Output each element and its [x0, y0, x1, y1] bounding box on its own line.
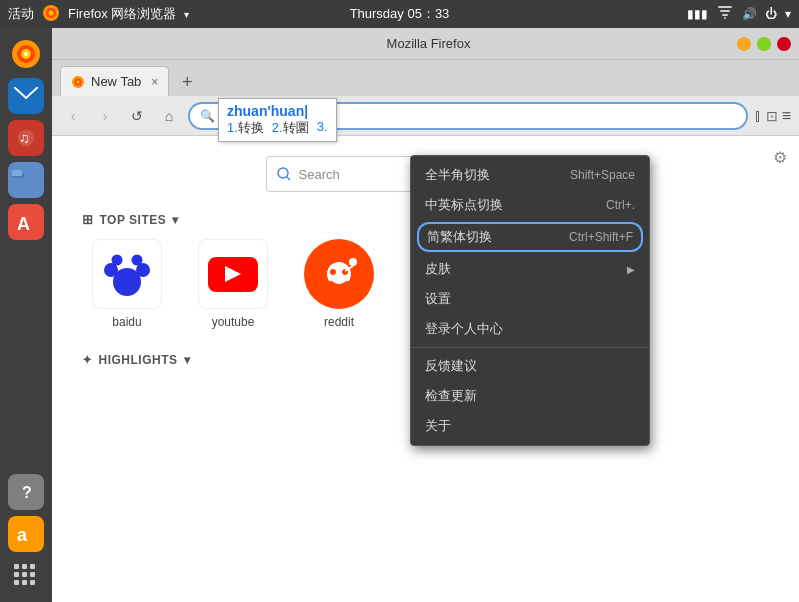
top-sites-chevron[interactable]: ▾ [172, 213, 179, 227]
sidebar: ♫ A ? a [0, 28, 52, 602]
site-item-reddit[interactable]: reddit [294, 239, 384, 329]
top-sites-label: TOP SITES [100, 213, 167, 227]
sidebar-item-mail[interactable] [8, 78, 44, 114]
svg-rect-17 [12, 170, 22, 176]
volume-icon: 🔊 [742, 7, 757, 21]
svg-text:a: a [17, 525, 28, 545]
ctx-item-simp-trad[interactable]: 简繁体切换 Ctrl+Shift+F [417, 222, 643, 252]
svg-point-42 [132, 255, 143, 266]
tab-newtab[interactable]: New Tab × [60, 66, 169, 96]
svg-point-36 [278, 168, 288, 178]
ctx-item-punctuation[interactable]: 中英标点切换 Ctrl+. [411, 190, 649, 220]
tab-close-button[interactable]: × [151, 75, 158, 89]
network-icon [716, 6, 734, 23]
ctx-item-update[interactable]: 检查更新 [411, 381, 649, 411]
ctx-item-about[interactable]: 关于 [411, 411, 649, 441]
site-item-baidu[interactable]: baidu [82, 239, 172, 329]
new-tab-button[interactable]: + [173, 68, 201, 96]
firefox-taskbar-icon[interactable] [42, 4, 60, 25]
sidebar-item-firefox[interactable] [8, 36, 44, 72]
back-button[interactable]: ‹ [60, 103, 86, 129]
ctx-label-login: 登录个人中心 [425, 320, 503, 338]
window-title: Mozilla Firefox [120, 36, 737, 51]
svg-rect-4 [720, 10, 730, 12]
battery-indicator: ▮▮▮ [687, 7, 708, 21]
tab-label: New Tab [91, 74, 141, 89]
bookmarks-icon[interactable]: ⫿ [754, 107, 762, 125]
ime-candidate-3[interactable]: 3. [317, 119, 328, 137]
svg-rect-5 [722, 14, 728, 16]
ime-candidates[interactable]: 1.转换 2.转圜 3. [227, 119, 328, 137]
svg-point-35 [77, 80, 80, 83]
svg-rect-31 [22, 580, 27, 585]
os-taskbar: 活动 Firefox 网络浏览器 ▾ Thursday 05：33 ▮▮▮ 🔊 … [0, 0, 799, 28]
site-item-youtube[interactable]: youtube [188, 239, 278, 329]
tray-arrow[interactable]: ▾ [785, 7, 791, 21]
taskbar-right: ▮▮▮ 🔊 ⏻ ▾ [687, 6, 791, 23]
ime-cursor: | [304, 103, 308, 119]
svg-point-41 [112, 255, 123, 266]
app-arrow-icon[interactable]: ▾ [184, 9, 189, 20]
svg-rect-32 [30, 580, 35, 585]
minimize-button[interactable] [737, 37, 751, 51]
ctx-item-settings[interactable]: 设置 [411, 284, 649, 314]
highlights-chevron[interactable]: ▾ [184, 353, 191, 367]
ctx-label-update: 检查更新 [425, 387, 477, 405]
sidebar-item-amazon[interactable]: a [8, 516, 44, 552]
ctx-label-about: 关于 [425, 417, 451, 435]
top-sites-icon: ⊞ [82, 212, 94, 227]
sidebar-item-apps[interactable] [8, 558, 44, 594]
svg-rect-6 [724, 17, 726, 19]
ime-candidate-1[interactable]: 1.转换 [227, 119, 264, 137]
svg-rect-24 [14, 564, 19, 569]
reload-button[interactable]: ↺ [124, 103, 150, 129]
search-bar-icon [277, 167, 291, 181]
ctx-divider [411, 347, 649, 348]
site-icon-baidu [92, 239, 162, 309]
window-controls [737, 37, 791, 51]
ctx-shortcut-fullhalf: Shift+Space [570, 168, 635, 182]
ctx-label-feedback: 反馈建议 [425, 357, 477, 375]
ctx-item-feedback[interactable]: 反馈建议 [411, 351, 649, 381]
search-icon: 🔍 [200, 109, 215, 123]
forward-button[interactable]: › [92, 103, 118, 129]
site-icon-reddit [304, 239, 374, 309]
svg-point-10 [24, 52, 28, 56]
sidebar-item-help[interactable]: ? [8, 474, 44, 510]
svg-text:A: A [17, 214, 30, 234]
svg-rect-3 [718, 6, 732, 8]
settings-gear-icon[interactable]: ⚙ [773, 148, 787, 167]
ime-candidate-2[interactable]: 2.转圜 [272, 119, 309, 137]
svg-rect-29 [30, 572, 35, 577]
site-icon-youtube [198, 239, 268, 309]
ctx-label-simp-trad: 简繁体切换 [427, 228, 492, 246]
site-label-baidu: baidu [112, 315, 141, 329]
ctx-item-login[interactable]: 登录个人中心 [411, 314, 649, 344]
sidebar-item-files[interactable] [8, 162, 44, 198]
sidebar-item-font[interactable]: A [8, 204, 44, 240]
svg-text:♫: ♫ [19, 130, 30, 146]
nav-icons-right: ⫿ ⊡ ≡ [754, 107, 791, 125]
tab-bar: New Tab × + [52, 60, 799, 96]
search-placeholder: Search [299, 167, 340, 182]
context-menu: 全半角切换 Shift+Space 中英标点切换 Ctrl+. 简繁体切换 Ct… [410, 155, 650, 446]
home-button[interactable]: ⌂ [156, 103, 182, 129]
sync-icon[interactable]: ⊡ [766, 108, 778, 124]
ctx-item-fullhalf[interactable]: 全半角切换 Shift+Space [411, 160, 649, 190]
ctx-item-skin[interactable]: 皮肤 ▶ [411, 254, 649, 284]
site-label-youtube: youtube [212, 315, 255, 329]
svg-text:?: ? [22, 484, 32, 501]
activities-label[interactable]: 活动 [8, 5, 34, 23]
ctx-shortcut-simp-trad: Ctrl+Shift+F [569, 230, 633, 244]
close-button[interactable] [777, 37, 791, 51]
ime-input-text: zhuan'huan| [227, 103, 328, 119]
power-icon: ⏻ [765, 7, 777, 21]
maximize-button[interactable] [757, 37, 771, 51]
app-name-label[interactable]: Firefox 网络浏览器 [68, 5, 176, 23]
svg-line-37 [287, 177, 290, 180]
menu-icon[interactable]: ≡ [782, 107, 791, 125]
svg-rect-26 [30, 564, 35, 569]
ctx-label-skin: 皮肤 [425, 260, 451, 278]
sidebar-item-music[interactable]: ♫ [8, 120, 44, 156]
svg-rect-28 [22, 572, 27, 577]
